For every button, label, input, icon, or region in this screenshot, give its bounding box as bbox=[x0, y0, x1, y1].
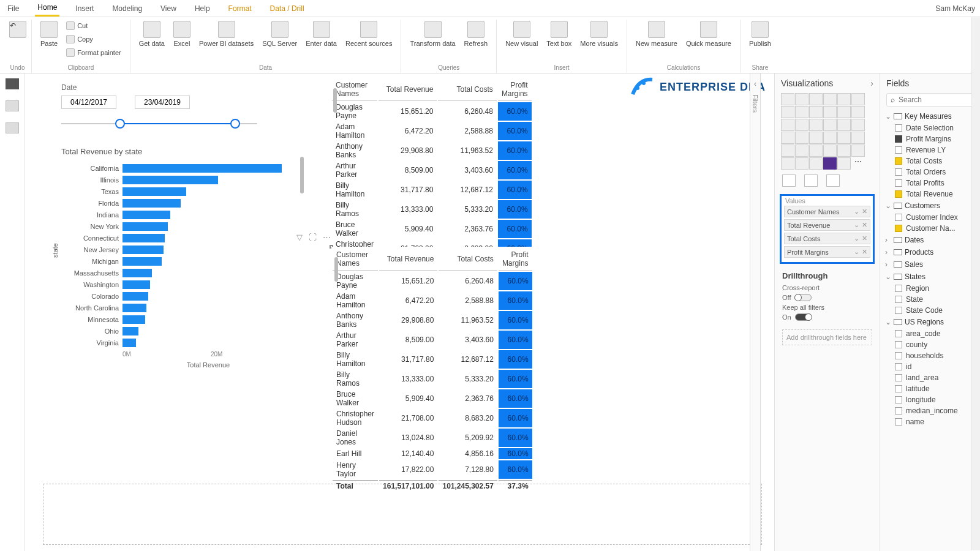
field-item[interactable]: Revenue LY bbox=[885, 144, 975, 156]
bar-row[interactable]: Texas bbox=[61, 186, 294, 197]
field-item[interactable]: land_area bbox=[885, 372, 975, 383]
table-row[interactable]: Billy Ramos 13,333.00 5,333.20 60.0% bbox=[333, 370, 532, 388]
column-header[interactable]: Total Costs bbox=[439, 248, 497, 271]
viz-type-icon[interactable] bbox=[795, 144, 809, 157]
table-row[interactable]: Bruce Walker 5,909.40 2,363.76 60.0% bbox=[333, 389, 532, 408]
table-row[interactable]: Billy Hamilton 31,717.80 12,687.12 60.0% bbox=[333, 350, 532, 369]
field-checkbox[interactable] bbox=[895, 285, 902, 292]
field-item[interactable]: area_code bbox=[885, 328, 975, 339]
field-table[interactable]: ⌄ Key Measures bbox=[885, 110, 975, 122]
viz-type-icon[interactable] bbox=[823, 119, 837, 131]
bar-row[interactable]: Connecticut bbox=[61, 232, 294, 244]
report-canvas[interactable]: ENTERPRISE DNA Date Total Revenue by sta… bbox=[24, 73, 774, 551]
table-row[interactable]: Arthur Parker 8,509.00 3,403.60 60.0% bbox=[332, 161, 532, 179]
field-item[interactable]: Total Revenue bbox=[885, 189, 975, 200]
remove-field-icon[interactable]: ✕ bbox=[862, 221, 867, 229]
field-table[interactable]: › Dates bbox=[885, 234, 975, 246]
filter-icon[interactable]: ▽ bbox=[296, 233, 303, 242]
field-table[interactable]: › Sales bbox=[885, 258, 975, 271]
viz-type-icon[interactable] bbox=[795, 119, 809, 131]
column-header[interactable]: Customer Names bbox=[332, 78, 377, 101]
viz-type-icon[interactable] bbox=[823, 157, 837, 170]
field-item[interactable]: Region bbox=[885, 283, 975, 294]
field-item[interactable]: Customer Index bbox=[885, 212, 975, 223]
table-row[interactable]: Douglas Payne 15,651.20 6,260.48 60.0% bbox=[333, 272, 532, 290]
collapse-visualizations-icon[interactable]: › bbox=[870, 78, 873, 88]
keep-filters-toggle[interactable] bbox=[795, 313, 812, 321]
field-item[interactable]: latitude bbox=[885, 383, 975, 394]
viz-type-icon[interactable] bbox=[795, 93, 809, 105]
viz-type-icon[interactable] bbox=[795, 106, 809, 118]
viz-type-icon[interactable] bbox=[837, 106, 851, 118]
more-visuals-button[interactable]: More visuals bbox=[578, 20, 620, 48]
field-checkbox[interactable] bbox=[895, 157, 902, 165]
table-row[interactable]: Billy Ramos 13,333.00 5,333.20 60.0% bbox=[332, 200, 532, 219]
model-view-icon[interactable] bbox=[6, 122, 19, 133]
viz-type-icon[interactable] bbox=[809, 106, 823, 118]
viz-type-icon[interactable] bbox=[851, 106, 865, 118]
excel-button[interactable]: Excel bbox=[171, 20, 193, 48]
revenue-by-state-chart[interactable]: Total Revenue by state state California … bbox=[61, 147, 294, 369]
field-checkbox[interactable] bbox=[895, 363, 902, 370]
column-header[interactable]: Total Costs bbox=[438, 78, 496, 101]
menu-data-drill[interactable]: Data / Drill bbox=[268, 1, 307, 16]
field-checkbox[interactable] bbox=[895, 352, 902, 359]
bar-row[interactable]: Florida bbox=[61, 197, 294, 209]
field-table[interactable]: ⌄ Customers bbox=[885, 200, 975, 212]
value-field-pill[interactable]: Total Revenue ⌄ ✕ bbox=[784, 219, 870, 231]
viz-type-icon[interactable] bbox=[781, 144, 794, 157]
slider-thumb-to[interactable] bbox=[230, 119, 240, 129]
drillthrough-drop-area[interactable]: Add drillthrough fields here bbox=[782, 329, 872, 345]
menu-modeling[interactable]: Modeling bbox=[110, 1, 145, 16]
field-checkbox[interactable] bbox=[895, 407, 902, 414]
viz-type-icon[interactable] bbox=[781, 132, 794, 144]
analytics-tab-icon[interactable] bbox=[826, 174, 840, 187]
field-item[interactable]: households bbox=[885, 350, 975, 361]
viz-type-icon[interactable] bbox=[837, 93, 851, 105]
slider-thumb-from[interactable] bbox=[115, 119, 125, 129]
remove-field-icon[interactable]: ✕ bbox=[862, 248, 867, 256]
menu-view[interactable]: View bbox=[158, 1, 179, 16]
paste-button[interactable]: Paste bbox=[38, 20, 60, 48]
text-box-button[interactable]: Text box bbox=[544, 20, 574, 48]
pbi-datasets-button[interactable]: Power BI datasets bbox=[197, 20, 256, 48]
field-checkbox[interactable] bbox=[895, 330, 902, 337]
table-2-scrollbar[interactable] bbox=[334, 257, 338, 282]
menu-file[interactable]: File bbox=[5, 1, 21, 16]
bar-row[interactable]: Colorado bbox=[61, 290, 294, 302]
viz-type-icon[interactable] bbox=[851, 132, 865, 144]
transform-data-button[interactable]: Transform data bbox=[407, 20, 458, 48]
sql-server-button[interactable]: SQL Server bbox=[260, 20, 300, 48]
more-viz-icon[interactable]: ⋯ bbox=[851, 157, 865, 170]
field-checkbox[interactable] bbox=[895, 341, 902, 348]
viz-type-icon[interactable] bbox=[781, 157, 794, 170]
cross-report-toggle[interactable] bbox=[794, 294, 812, 301]
field-menu-icon[interactable]: ⌄ bbox=[854, 208, 859, 216]
field-checkbox[interactable] bbox=[895, 146, 902, 154]
field-checkbox[interactable] bbox=[895, 374, 902, 381]
viz-type-icon[interactable] bbox=[823, 106, 837, 118]
table-row[interactable]: Douglas Payne 15,651.20 6,260.48 60.0% bbox=[332, 102, 532, 121]
recent-sources-button[interactable]: Recent sources bbox=[343, 20, 394, 48]
menu-help[interactable]: Help bbox=[192, 1, 213, 16]
field-checkbox[interactable] bbox=[895, 168, 902, 176]
viz-type-icon[interactable] bbox=[795, 157, 809, 170]
viz-type-icon[interactable] bbox=[823, 132, 837, 144]
values-field-well[interactable]: Values Customer Names ⌄ ✕ Total Revenue … bbox=[780, 194, 875, 264]
fields-search[interactable]: ⌕ bbox=[886, 93, 974, 107]
get-data-button[interactable]: Get data bbox=[137, 20, 167, 48]
table-row[interactable]: Adam Hamilton 6,472.20 2,588.88 60.0% bbox=[333, 291, 532, 310]
viz-type-icon[interactable] bbox=[837, 157, 851, 170]
bar-row[interactable]: California bbox=[61, 162, 294, 174]
copy-button[interactable]: Copy bbox=[64, 33, 124, 45]
viz-type-icon[interactable] bbox=[795, 132, 809, 144]
column-header[interactable]: Customer Names bbox=[333, 248, 378, 271]
customer-table-2[interactable]: ▽ ⛶ ⋯ Customer NamesTotal RevenueTotal C… bbox=[330, 245, 333, 249]
field-item[interactable]: name bbox=[885, 416, 975, 427]
viz-type-icon[interactable] bbox=[809, 119, 823, 131]
viz-type-icon[interactable] bbox=[809, 132, 823, 144]
field-table[interactable]: ⌄ States bbox=[885, 271, 975, 283]
table-row[interactable]: Daniel Jones 13,024.80 5,209.92 60.0% bbox=[333, 429, 532, 447]
enter-data-button[interactable]: Enter data bbox=[303, 20, 339, 48]
menu-format[interactable]: Format bbox=[226, 1, 254, 16]
